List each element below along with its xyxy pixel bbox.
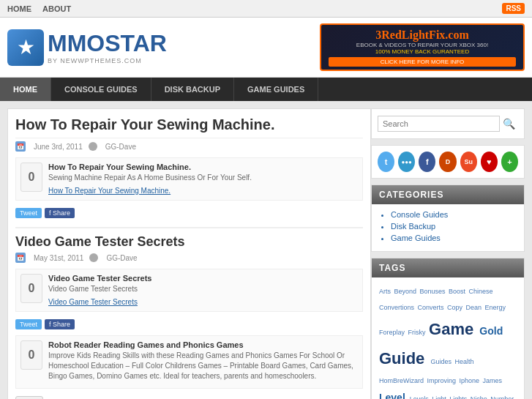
article2-social-buttons: Tweet f Share — [15, 319, 363, 329]
article1-post-title: How To Repair Your Sewing Machine. — [48, 163, 358, 171]
tag-light[interactable]: Light — [432, 395, 448, 399]
content-wrapper: How To Repair Your Sewing Machine. 📅 Jun… — [0, 101, 532, 399]
article3-excerpt: Improve Kids Reading Skills with these R… — [48, 351, 358, 381]
logo-main-text: MMOSTAR — [48, 30, 167, 57]
article1-date: June 3rd, 2011 — [34, 143, 83, 151]
article2-vote-box[interactable]: 0 — [20, 274, 42, 303]
search-button[interactable]: 🔍 — [500, 115, 518, 133]
article1-author: GG-Dave — [105, 143, 136, 151]
article2-excerpt: Video Game Tester Secrets — [48, 284, 358, 294]
article3-post-info: Robot Reader Reading Games and Phonics G… — [48, 340, 358, 384]
category-console-guides[interactable]: Console Guides — [391, 210, 517, 219]
rss-icon[interactable]: RSS — [502, 3, 525, 14]
category-disk-backup[interactable]: Disk Backup — [391, 222, 517, 231]
digg-social-icon[interactable]: D — [439, 152, 456, 172]
tag-arts[interactable]: Arts — [379, 288, 393, 295]
article2-vote-count: 0 — [29, 282, 35, 295]
categories-title: CATEGORIES — [372, 185, 524, 204]
article1-post-link[interactable]: How To Repair Your Sewing Machine. — [48, 187, 171, 195]
category-game-guides[interactable]: Game Guides — [391, 234, 517, 242]
article2-post-item: 0 Video Game Tester Secrets Video Game T… — [15, 269, 363, 312]
calendar-icon: 📅 — [15, 141, 26, 152]
tag-copy[interactable]: Copy — [447, 304, 465, 311]
article1-title[interactable]: How To Repair Your Sewing Machine. — [15, 116, 363, 138]
tag-beyond[interactable]: Beyond — [394, 288, 419, 295]
article1-post-item: 0 How To Repair Your Sewing Machine. Sew… — [15, 157, 363, 201]
mainnav-home[interactable]: HOME — [0, 78, 51, 101]
star-icon: ★ — [17, 35, 35, 59]
topnav-about[interactable]: ABOUT — [42, 4, 71, 13]
tag-level[interactable]: Level — [379, 392, 408, 399]
ad-subtitle1: EBOOK & VIDEOS TO REPAIR YOUR XBOX 360! — [329, 42, 516, 48]
heart-social-icon[interactable]: ♥ — [481, 152, 498, 172]
tag-james[interactable]: James — [483, 377, 503, 384]
social-icons-bar: t ●●● f D Su ♥ + — [371, 145, 525, 179]
article2-meta: 📅 May 31st, 2011 GG-Dave — [15, 253, 363, 263]
article1-tweet-button[interactable]: Tweet — [15, 208, 42, 218]
article1-vote-count: 0 — [29, 171, 35, 184]
topnav-home[interactable]: HOME — [7, 4, 31, 13]
tags-title: TAGS — [372, 258, 524, 277]
categories-section: CATEGORIES Console Guides Disk Backup Ga… — [371, 184, 525, 252]
stumbleupon-social-icon[interactable]: Su — [460, 152, 477, 172]
article2-title[interactable]: Video Game Tester Secrets — [15, 234, 363, 250]
tag-iphone[interactable]: Iphone — [460, 377, 482, 384]
article2-share-button[interactable]: f Share — [45, 319, 75, 329]
logo-text: MMOSTAR BY NEWWPTHEMES.COM — [48, 30, 167, 64]
article1-social-buttons: Tweet f Share — [15, 208, 363, 218]
tag-health[interactable]: Health — [454, 358, 473, 365]
tag-foreplay[interactable]: Foreplay — [379, 329, 407, 336]
tags-section: TAGS Arts Beyond Bonuses Boost Chinese C… — [371, 258, 525, 399]
tag-dean[interactable]: Dean — [466, 304, 484, 311]
tag-game[interactable]: Game — [429, 320, 478, 338]
tag-lights[interactable]: Lights — [449, 395, 469, 399]
article3-vote-box[interactable]: 0 — [20, 340, 42, 370]
article2-date: May 31st, 2011 — [34, 254, 83, 262]
article3-vote-count: 0 — [29, 348, 35, 362]
tag-converts[interactable]: Converts — [418, 304, 446, 311]
tag-chinese[interactable]: Chinese — [469, 288, 493, 295]
mainnav-game-guides[interactable]: GAME GUIDES — [234, 78, 318, 101]
tag-frisky[interactable]: Frisky — [408, 329, 428, 336]
tag-guide[interactable]: Guide — [379, 349, 429, 368]
user-icon-2 — [89, 253, 98, 262]
twitter-social-icon[interactable]: t — [378, 152, 394, 172]
categories-content: Console Guides Disk Backup Game Guides — [372, 204, 524, 251]
tag-gold[interactable]: Gold — [479, 325, 503, 337]
ad-title: 3RedLightFix.com — [329, 29, 516, 42]
tag-bonuses[interactable]: Bonuses — [420, 288, 448, 295]
mainnav-disk-backup[interactable]: DISK BACKUP — [151, 78, 234, 101]
article3-digg-box[interactable]: 0 Digg + — [15, 396, 43, 399]
article1-vote-box[interactable]: 0 — [20, 163, 42, 192]
delicious-social-icon[interactable]: ●●● — [398, 152, 415, 172]
search-input[interactable] — [378, 116, 500, 132]
user-icon — [89, 142, 97, 151]
article2-post-link[interactable]: Video Game Tester Secrets — [48, 298, 138, 306]
tag-guides[interactable]: Guides — [430, 358, 453, 365]
tag-energy[interactable]: Energy — [485, 304, 506, 311]
plus-social-icon[interactable]: + — [501, 152, 518, 172]
article2-post-info: Video Game Tester Secrets Video Game Tes… — [48, 274, 358, 307]
main-navigation: HOME CONSOLE GUIDES DISK BACKUP GAME GUI… — [0, 78, 532, 101]
tag-number[interactable]: Number — [490, 395, 514, 399]
ad-badge: 100% MONEY BACK GURANTEED — [329, 48, 516, 55]
tag-niche[interactable]: Niche — [471, 395, 490, 399]
tag-boost[interactable]: Boost — [449, 288, 468, 295]
tag-hombrewizard[interactable]: HomBreWizard — [379, 377, 426, 384]
mainnav-console-guides[interactable]: CONSOLE GUIDES — [51, 78, 151, 101]
header-advertisement[interactable]: 3RedLightFix.com EBOOK & VIDEOS TO REPAI… — [320, 23, 525, 71]
article2-post-title: Video Game Tester Secrets — [48, 274, 358, 283]
article3-post-title: Robot Reader Reading Games and Phonics G… — [48, 340, 358, 349]
search-box: 🔍 — [371, 108, 525, 139]
tags-content: Arts Beyond Bonuses Boost Chinese Conver… — [372, 277, 524, 399]
section-divider-1 — [15, 227, 363, 228]
tag-levels[interactable]: Levels — [410, 395, 431, 399]
facebook-social-icon[interactable]: f — [419, 152, 435, 172]
article1-share-button[interactable]: f Share — [45, 208, 75, 218]
tag-improving[interactable]: Improving — [427, 377, 458, 384]
article2-tweet-button[interactable]: Tweet — [15, 319, 42, 329]
tag-convertions[interactable]: Convertions — [379, 304, 416, 311]
ad-button[interactable]: CLICK HERE FOR MORE INFO — [329, 57, 516, 67]
site-header: ★ MMOSTAR BY NEWWPTHEMES.COM 3RedLightFi… — [0, 18, 532, 78]
main-content: How To Repair Your Sewing Machine. 📅 Jun… — [7, 108, 371, 399]
